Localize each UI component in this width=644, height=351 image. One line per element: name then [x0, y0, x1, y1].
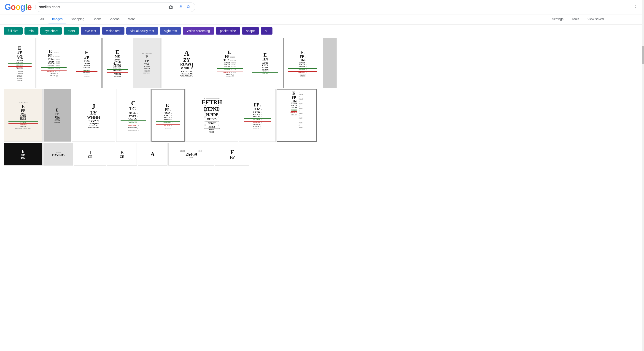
camera-icon[interactable]: [168, 4, 174, 10]
search-divider: [176, 4, 176, 10]
chip-eye-test[interactable]: eye test: [81, 27, 100, 35]
image-card[interactable]: C TG1 ACG2 TGTA3 CAGCC4 CGATCAT5 ATGCGTA…: [116, 89, 150, 142]
header-right: ⋮: [631, 3, 640, 12]
image-card[interactable]: 60 ————————— 60 EFTRH 48 ————————— 48 RT…: [186, 89, 238, 142]
image-card[interactable]: F FP: [215, 143, 249, 166]
image-card[interactable]: Snellen HVZ3D5: [44, 143, 73, 166]
nav-books[interactable]: Books: [89, 15, 105, 24]
image-card[interactable]: E FP TOZ LPED PECFD EDFCZP FELOPZD DEFPO…: [4, 38, 36, 88]
image-card[interactable]: E FP TOZ LPED PECFD EDFCZP FELOPZD DEFPO…: [72, 38, 102, 88]
chip-shape[interactable]: shape: [242, 27, 259, 35]
nav-images[interactable]: Images: [48, 15, 66, 24]
search-input[interactable]: [39, 5, 166, 9]
nav-shopping[interactable]: Shopping: [67, 15, 88, 24]
nav-more[interactable]: More: [124, 15, 139, 24]
image-card[interactable]: E1 FP2 TOZ3 LPED4 PECFD5 EDFCZP6 FELOPZD…: [283, 38, 322, 88]
image-row-2: Snellen Chart E FP TOZ LPED PECFD EDFCZP…: [0, 89, 644, 142]
chip-full-size[interactable]: full size: [4, 27, 23, 35]
chip-mini[interactable]: mini: [24, 27, 39, 35]
nav-settings[interactable]: Settings: [548, 15, 567, 24]
image-card[interactable]: E1 FP2 TOZ3 LPED4 PECFD5 EDFCZP6 DEFPOTE…: [152, 89, 184, 142]
chip-visual-acuity-test[interactable]: visual acuity test: [126, 27, 158, 35]
image-card[interactable]: A ZY EUWQ MNDHR EYLUZM RKEXEXAR WVXPBZSU…: [162, 38, 212, 88]
image-card[interactable]: E FP TOZ LPED PECFD EDFCZP: [44, 89, 71, 142]
image-card[interactable]: FP2 TOZ3 LPED4 PECFD5 EDFCZP6 FELOPZD7 D…: [239, 89, 276, 142]
search-button[interactable]: [186, 4, 192, 10]
mic-icon[interactable]: [178, 4, 184, 10]
google-logo[interactable]: Google: [4, 2, 32, 12]
scroll-thumb[interactable]: [642, 46, 644, 64]
nav-tools[interactable]: Tools: [568, 15, 583, 24]
image-card[interactable]: E1 20/200 FP2 20/100 TOZ3 20/70 LPED4 20…: [36, 38, 71, 88]
scrollbar[interactable]: [642, 0, 644, 166]
image-card[interactable]: E CE: [107, 143, 137, 166]
nav-all[interactable]: All: [36, 15, 48, 24]
image-row-1: E FP TOZ LPED PECFD EDFCZP FELOPZD DEFPO…: [0, 37, 644, 89]
nav-view-saved[interactable]: View saved: [584, 15, 608, 24]
image-card[interactable]: E ME ЭΨM ƎWEE ƎWЭEM ЭƎWMƎE ƎMWЭEМ ƎƐWЭЕМ…: [102, 38, 132, 88]
chip-etdrs[interactable]: etdrs: [64, 27, 79, 35]
image-card[interactable]: J LY WHHH BYVAN TNHQWE IYCCYUKZ JMMSYDGR…: [72, 89, 115, 142]
image-row-3: E FP TOZ Snellen HVZ3D5 I CE E CE A 20/2…: [0, 142, 644, 166]
image-card[interactable]: 20/200 ———————— 20/200 25469 20/100: [168, 143, 214, 166]
filter-chips: full size mini eye chart etdrs eye test …: [0, 25, 644, 37]
search-bar: [35, 2, 195, 12]
image-card[interactable]: Snellen Chart E FP TOZ LPED PECFD EDFCZP…: [4, 89, 42, 142]
chip-vision-test[interactable]: vision test: [102, 27, 124, 35]
header: Google ⋮: [0, 0, 644, 15]
nav-videos[interactable]: Videos: [106, 15, 123, 24]
image-card-partial[interactable]: [323, 38, 337, 88]
image-card[interactable]: A: [138, 143, 168, 166]
chip-pocket-size[interactable]: pocket size: [216, 27, 240, 35]
image-card[interactable]: Eye Chart - 20ft E FP TOZ LPED PECFD EDF…: [133, 38, 160, 88]
image-card[interactable]: E HN DFN PTXZ UZDTF DFNPTH PHUNTDZ NPXTZ…: [248, 38, 282, 88]
image-card[interactable]: E FP TOZ LPED PECFD EDFCZP FELOPZD DEFPO…: [276, 89, 316, 142]
more-options-icon[interactable]: ⋮: [631, 3, 640, 12]
chip-sight-test[interactable]: sight test: [160, 27, 181, 35]
chip-nu[interactable]: nu: [261, 27, 273, 35]
nav-bar: All Images Shopping Books Videos More Se…: [0, 15, 644, 25]
chip-vision-screening[interactable]: vision screening: [183, 27, 214, 35]
image-card[interactable]: I CE: [74, 143, 106, 166]
chip-eye-chart[interactable]: eye chart: [40, 27, 62, 35]
image-card[interactable]: E1 FP20/200 TOZ2 20/100 LPED3 20/70 PECF…: [213, 38, 247, 88]
image-card[interactable]: E FP TOZ: [4, 143, 42, 166]
